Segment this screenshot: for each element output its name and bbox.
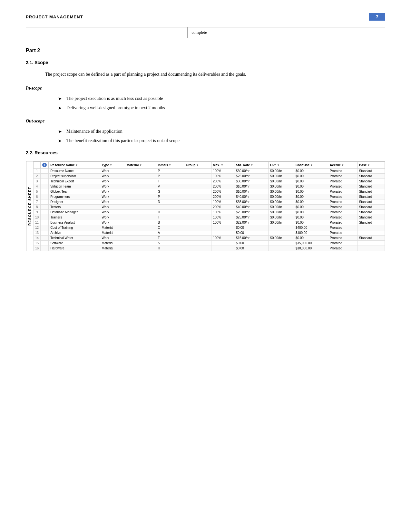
- base-cell: Standard: [357, 220, 385, 225]
- resource-side-label: RESOURCE SHEET: [26, 161, 33, 251]
- max-cell: [211, 246, 234, 251]
- outscope-item-1-text: Maintenance of the application: [66, 129, 122, 134]
- th-cost-use[interactable]: Cost/Use ▼: [294, 162, 328, 169]
- inscope-item-2-text: Delivering a well-designed prototype in …: [66, 105, 165, 111]
- resource-name-cell: Business Analyst: [49, 220, 100, 225]
- row-icon: [41, 241, 49, 246]
- max-cell: 100%: [211, 210, 234, 215]
- std-rate-cell: $25.00/hr: [234, 215, 268, 220]
- th-base[interactable]: Base ▼: [357, 162, 385, 169]
- resource-name-cell: Database Manager: [49, 210, 100, 215]
- arrow-icon-2: ➤: [58, 105, 62, 111]
- accrue-cell: Prorated: [328, 205, 357, 210]
- std-rate-cell: $0.00: [234, 225, 268, 230]
- th-group[interactable]: Group ▼: [184, 162, 211, 169]
- sort-arrow-accrue: ▼: [341, 164, 344, 167]
- th-num: [34, 162, 41, 169]
- max-cell: 100%: [211, 215, 234, 220]
- resource-name-cell: Testers: [49, 205, 100, 210]
- sort-arrow-group: ▼: [196, 164, 199, 167]
- sort-arrow-name: ▼: [75, 164, 78, 167]
- outscope-heading: Out-scope: [26, 119, 385, 124]
- base-cell: [357, 241, 385, 246]
- accrue-cell: Prorated: [328, 194, 357, 199]
- th-icon: i: [41, 162, 49, 169]
- base-cell: Standard: [357, 174, 385, 179]
- cost-use-cell: $0.00: [294, 179, 328, 184]
- table-row: 8TestersWork200%$40.00/hr$0.00/hr$0.00Pr…: [34, 205, 385, 210]
- section21-heading: 2.1. Scope: [26, 60, 385, 65]
- th-accrue[interactable]: Accrue ▼: [328, 162, 357, 169]
- complete-row: complete: [26, 27, 385, 38]
- base-cell: Standard: [357, 169, 385, 174]
- group-cell: [184, 205, 211, 210]
- th-std-rate[interactable]: Std. Rate ▼: [234, 162, 268, 169]
- cost-use-cell: $0.00: [294, 205, 328, 210]
- resource-name-cell: Technical Expert: [49, 179, 100, 184]
- ovt-cell: $0.00/hr: [269, 210, 294, 215]
- resource-name-cell: Resource Name: [49, 169, 100, 174]
- type-cell: Work: [100, 174, 125, 179]
- base-cell: Standard: [357, 205, 385, 210]
- group-cell: [184, 241, 211, 246]
- complete-col2: complete: [188, 27, 385, 38]
- accrue-cell: Prorated: [328, 199, 357, 205]
- th-resource-name[interactable]: Resource Name ▼: [49, 162, 100, 169]
- initials-cell: D: [156, 210, 184, 215]
- resource-table-container: i Resource Name ▼ Type ▼: [33, 161, 385, 251]
- inscope-list: ➤ The project execution is as much less …: [58, 96, 385, 111]
- ovt-cell: $0.00/hr: [269, 236, 294, 241]
- row-num: 2: [34, 174, 41, 179]
- max-cell: 200%: [211, 189, 234, 194]
- th-material[interactable]: Material ▼: [125, 162, 156, 169]
- section22-heading: 2.2. Resources: [26, 150, 385, 155]
- cost-use-cell: $0.00: [294, 169, 328, 174]
- accrue-cell: Prorated: [328, 215, 357, 220]
- base-cell: [357, 225, 385, 230]
- resource-table: i Resource Name ▼ Type ▼: [33, 161, 385, 251]
- group-cell: [184, 230, 211, 236]
- type-cell: Work: [100, 199, 125, 205]
- cost-use-cell: $0.00: [294, 194, 328, 199]
- group-cell: [184, 215, 211, 220]
- type-cell: Work: [100, 169, 125, 174]
- std-rate-cell: $30.00/hr: [234, 169, 268, 174]
- std-rate-cell: $25.00/hr: [234, 174, 268, 179]
- complete-col1: [26, 27, 188, 38]
- row-icon: [41, 225, 49, 230]
- group-cell: [184, 174, 211, 179]
- initials-cell: B: [156, 220, 184, 225]
- initials-cell: G: [156, 189, 184, 194]
- cost-use-cell: $100.00: [294, 230, 328, 236]
- table-row: 7DesignerWorkD100%$35.00/hr$0.00/hr$0.00…: [34, 199, 385, 205]
- material-cell: [125, 194, 156, 199]
- std-rate-cell: $0.00: [234, 230, 268, 236]
- th-ovt[interactable]: Ovt. ▼: [269, 162, 294, 169]
- row-num: 6: [34, 194, 41, 199]
- row-icon: [41, 230, 49, 236]
- resource-name-cell: Software: [49, 241, 100, 246]
- th-initials[interactable]: Initials ▼: [156, 162, 184, 169]
- type-cell: Material: [100, 225, 125, 230]
- max-cell: [211, 230, 234, 236]
- row-num: 3: [34, 179, 41, 184]
- resource-name-cell: Hardware: [49, 246, 100, 251]
- inscope-item-1-text: The project execution is as much less co…: [66, 96, 163, 101]
- std-rate-cell: $10.00/hr: [234, 184, 268, 189]
- cost-use-cell: $15,000.00: [294, 241, 328, 246]
- row-icon: [41, 174, 49, 179]
- type-cell: Work: [100, 184, 125, 189]
- cost-use-cell: $0.00: [294, 189, 328, 194]
- sort-arrow-base: ▼: [367, 164, 370, 167]
- row-num: 4: [34, 184, 41, 189]
- type-cell: Material: [100, 241, 125, 246]
- accrue-cell: Prorated: [328, 189, 357, 194]
- th-max[interactable]: Max. ▼: [211, 162, 234, 169]
- group-cell: [184, 169, 211, 174]
- material-cell: [125, 189, 156, 194]
- th-type[interactable]: Type ▼: [100, 162, 125, 169]
- base-cell: [357, 230, 385, 236]
- row-num: 5: [34, 189, 41, 194]
- table-row: 6ProgrammersWorkP200%$40.00/hr$0.00/hr$0…: [34, 194, 385, 199]
- max-cell: 200%: [211, 205, 234, 210]
